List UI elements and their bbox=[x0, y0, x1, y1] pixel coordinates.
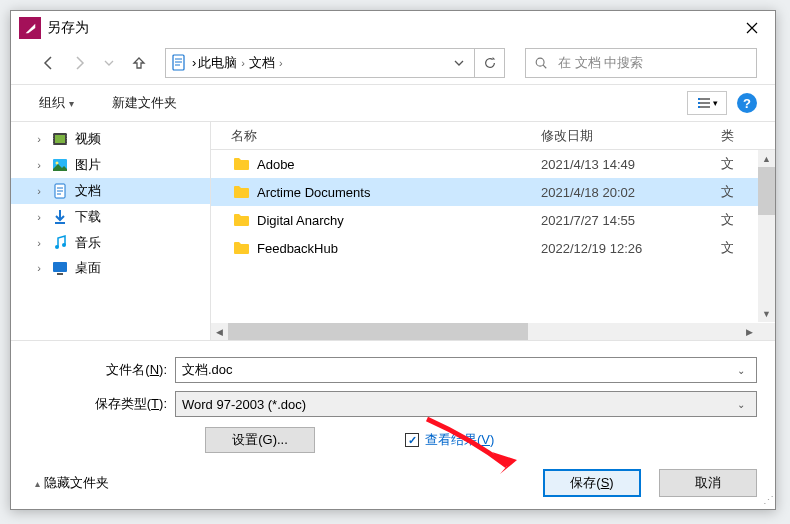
recent-dropdown[interactable] bbox=[97, 51, 121, 75]
scroll-up-arrow[interactable]: ▲ bbox=[758, 150, 775, 167]
refresh-button[interactable] bbox=[474, 49, 504, 77]
scroll-left-arrow[interactable]: ◀ bbox=[211, 323, 228, 340]
savetype-value: Word 97-2003 (*.doc) bbox=[182, 397, 732, 412]
search-box[interactable] bbox=[525, 48, 757, 78]
file-row[interactable]: Arctime Documents 2021/4/18 20:02 文 bbox=[211, 178, 775, 206]
app-icon bbox=[19, 17, 41, 39]
titlebar: 另存为 bbox=[11, 11, 775, 45]
folder-icon bbox=[231, 155, 251, 173]
view-mode-button[interactable]: ▾ bbox=[687, 91, 727, 115]
column-date[interactable]: 修改日期 bbox=[541, 127, 721, 145]
lower-panel: 文件名(N): 文档.doc ⌄ 保存类型(T): Word 97-2003 (… bbox=[11, 341, 775, 459]
savetype-label: 保存类型(T): bbox=[35, 395, 175, 413]
help-button[interactable]: ? bbox=[737, 93, 757, 113]
scroll-corner bbox=[758, 323, 775, 340]
sidebar-item-music[interactable]: › 音乐 bbox=[11, 230, 210, 256]
scroll-right-arrow[interactable]: ▶ bbox=[741, 323, 758, 340]
column-headers: 名称 修改日期 类 bbox=[211, 122, 775, 150]
scroll-thumb[interactable] bbox=[228, 323, 528, 340]
organize-button[interactable]: 组织 ▾ bbox=[35, 90, 78, 116]
file-date: 2021/4/13 14:49 bbox=[541, 157, 721, 172]
close-button[interactable] bbox=[729, 13, 775, 43]
vertical-scrollbar[interactable]: ▲ ▼ bbox=[758, 150, 775, 322]
address-bar[interactable]: › 此电脑 › 文档 › bbox=[165, 48, 505, 78]
new-folder-label: 新建文件夹 bbox=[112, 94, 177, 112]
window-title: 另存为 bbox=[47, 13, 89, 37]
up-button[interactable] bbox=[127, 51, 151, 75]
chevron-right-icon: › bbox=[33, 237, 45, 249]
column-type[interactable]: 类 bbox=[721, 127, 775, 145]
sidebar-item-videos[interactable]: › 视频 bbox=[11, 126, 210, 152]
column-name[interactable]: 名称 bbox=[231, 127, 541, 145]
breadcrumb-documents[interactable]: 文档 bbox=[249, 54, 275, 72]
tree-label: 文档 bbox=[75, 182, 210, 200]
file-name: Digital Anarchy bbox=[257, 213, 541, 228]
file-row[interactable]: Adobe 2021/4/13 14:49 文 bbox=[211, 150, 775, 178]
triangle-up-icon: ▴ bbox=[35, 478, 40, 489]
search-input[interactable] bbox=[556, 54, 756, 71]
videos-icon bbox=[51, 130, 69, 148]
horizontal-scrollbar[interactable]: ◀ ▶ bbox=[211, 323, 758, 340]
sidebar-item-documents[interactable]: › 文档 bbox=[11, 178, 210, 204]
tree-label: 音乐 bbox=[75, 234, 210, 252]
svg-point-1 bbox=[536, 58, 544, 66]
tree-label: 桌面 bbox=[75, 259, 210, 276]
scroll-thumb[interactable] bbox=[758, 167, 775, 215]
settings-button[interactable]: 设置(G)... bbox=[205, 427, 315, 453]
breadcrumb-this-pc[interactable]: 此电脑 bbox=[198, 54, 237, 72]
hide-folders-label: 隐藏文件夹 bbox=[44, 474, 109, 492]
file-row[interactable]: FeedbackHub 2022/12/19 12:26 文 bbox=[211, 234, 775, 262]
file-date: 2021/7/27 14:55 bbox=[541, 213, 721, 228]
settings-label: 设置(G)... bbox=[232, 431, 288, 449]
chevron-down-icon[interactable]: ⌄ bbox=[732, 399, 750, 410]
savetype-combobox[interactable]: Word 97-2003 (*.doc) ⌄ bbox=[175, 391, 757, 417]
nav-row: › 此电脑 › 文档 › bbox=[11, 45, 775, 85]
search-icon bbox=[526, 56, 556, 70]
documents-icon bbox=[51, 182, 69, 200]
file-name: Adobe bbox=[257, 157, 541, 172]
file-area: 名称 修改日期 类 Adobe 2021/4/13 14:49 文 Arctim… bbox=[211, 122, 775, 340]
chevron-right-icon: › bbox=[33, 159, 45, 171]
save-button[interactable]: 保存(S) bbox=[543, 469, 641, 497]
scroll-down-arrow[interactable]: ▼ bbox=[758, 305, 775, 322]
view-result-checkbox[interactable]: ✓ 查看结果(V) bbox=[405, 431, 494, 449]
file-name: FeedbackHub bbox=[257, 241, 541, 256]
cancel-button[interactable]: 取消 bbox=[659, 469, 757, 497]
svg-point-8 bbox=[62, 243, 66, 247]
filename-input[interactable]: 文档.doc ⌄ bbox=[175, 357, 757, 383]
tree-label: 图片 bbox=[75, 156, 210, 174]
sidebar-item-pictures[interactable]: › 图片 bbox=[11, 152, 210, 178]
sidebar: › 视频 › 图片 › 文档 › 下载 bbox=[11, 122, 211, 340]
chevron-down-icon: ▾ bbox=[713, 98, 718, 108]
toolbar: 组织 ▾ 新建文件夹 ▾ ? bbox=[11, 85, 775, 121]
sidebar-item-desktop[interactable]: › 桌面 bbox=[11, 256, 210, 276]
new-folder-button[interactable]: 新建文件夹 bbox=[108, 90, 181, 116]
sidebar-item-downloads[interactable]: › 下载 bbox=[11, 204, 210, 230]
chevron-down-icon[interactable]: ⌄ bbox=[732, 365, 750, 376]
music-icon bbox=[51, 234, 69, 252]
documents-icon bbox=[166, 54, 192, 72]
file-name: Arctime Documents bbox=[257, 185, 541, 200]
folder-icon bbox=[231, 183, 251, 201]
save-label: 保存(S) bbox=[570, 474, 613, 492]
chevron-right-icon: › bbox=[279, 57, 283, 69]
svg-rect-10 bbox=[57, 273, 63, 275]
chevron-right-icon: › bbox=[241, 57, 245, 69]
downloads-icon bbox=[51, 208, 69, 226]
file-date: 2022/12/19 12:26 bbox=[541, 241, 721, 256]
chevron-down-icon: ▾ bbox=[69, 98, 74, 109]
tree-label: 视频 bbox=[75, 130, 210, 148]
back-button[interactable] bbox=[37, 51, 61, 75]
file-row[interactable]: Digital Anarchy 2021/7/27 14:55 文 bbox=[211, 206, 775, 234]
folder-icon bbox=[231, 211, 251, 229]
forward-button[interactable] bbox=[67, 51, 91, 75]
address-history-dropdown[interactable] bbox=[444, 49, 474, 77]
resize-grip[interactable]: ⋰ bbox=[763, 497, 775, 509]
pictures-icon bbox=[51, 156, 69, 174]
desktop-icon bbox=[51, 259, 69, 276]
bottom-row: ▴ 隐藏文件夹 保存(S) 取消 bbox=[11, 459, 775, 509]
chevron-right-icon: › bbox=[33, 185, 45, 197]
filename-value: 文档.doc bbox=[182, 361, 732, 379]
hide-folders-toggle[interactable]: ▴ 隐藏文件夹 bbox=[35, 474, 109, 492]
chevron-right-icon: › bbox=[33, 133, 45, 145]
